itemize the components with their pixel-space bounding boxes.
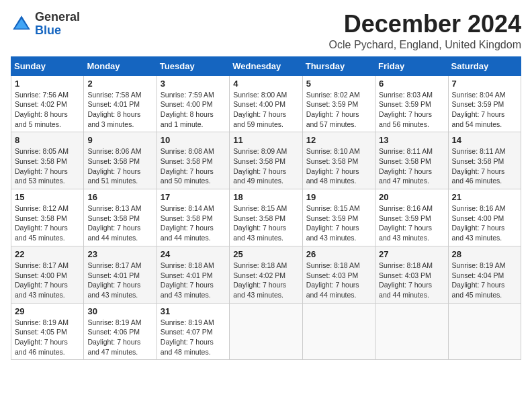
calendar-day-cell: [230, 303, 302, 360]
day-info: Sunrise: 8:03 AMSunset: 3:59 PMDaylight:…: [379, 90, 444, 130]
day-info: Sunrise: 8:18 AMSunset: 4:01 PMDaylight:…: [161, 261, 226, 300]
calendar-day-cell: 29 Sunrise: 8:19 AMSunset: 4:05 PMDaylig…: [11, 303, 84, 360]
calendar-day-cell: 21 Sunrise: 8:16 AMSunset: 4:00 PMDaylig…: [448, 189, 521, 246]
weekday-header-cell: Monday: [84, 56, 157, 75]
calendar-week-row: 29 Sunrise: 8:19 AMSunset: 4:05 PMDaylig…: [11, 303, 521, 360]
day-info: Sunrise: 8:19 AMSunset: 4:05 PMDaylight:…: [15, 318, 80, 357]
calendar-day-cell: 7 Sunrise: 8:04 AMSunset: 3:59 PMDayligh…: [448, 75, 521, 132]
day-number: 12: [306, 135, 371, 145]
day-number: 14: [452, 135, 517, 145]
day-number: 4: [233, 79, 298, 89]
day-info: Sunrise: 8:04 AMSunset: 3:59 PMDaylight:…: [452, 90, 517, 130]
weekday-header-cell: Thursday: [302, 56, 375, 75]
calendar-day-cell: [302, 303, 375, 360]
day-info: Sunrise: 8:17 AMSunset: 4:00 PMDaylight:…: [15, 261, 80, 300]
day-number: 10: [161, 135, 226, 145]
calendar-day-cell: 17 Sunrise: 8:14 AMSunset: 3:58 PMDaylig…: [157, 189, 229, 246]
logo: General Blue: [11, 11, 80, 38]
day-number: 21: [452, 192, 517, 202]
calendar-day-cell: 1 Sunrise: 7:56 AMSunset: 4:02 PMDayligh…: [11, 75, 84, 132]
day-number: 27: [379, 249, 444, 259]
calendar-week-row: 15 Sunrise: 8:12 AMSunset: 3:58 PMDaylig…: [11, 189, 521, 246]
day-info: Sunrise: 8:19 AMSunset: 4:07 PMDaylight:…: [161, 318, 226, 357]
day-info: Sunrise: 7:58 AMSunset: 4:01 PMDaylight:…: [87, 90, 152, 130]
day-info: Sunrise: 8:15 AMSunset: 3:58 PMDaylight:…: [233, 203, 298, 243]
calendar-day-cell: 18 Sunrise: 8:15 AMSunset: 3:58 PMDaylig…: [230, 189, 302, 246]
calendar-day-cell: 15 Sunrise: 8:12 AMSunset: 3:58 PMDaylig…: [11, 189, 84, 246]
day-number: 18: [233, 192, 298, 202]
day-number: 8: [15, 135, 80, 145]
page-header: General Blue December 2024 Ocle Pychard,…: [11, 11, 521, 51]
calendar-day-cell: 26 Sunrise: 8:18 AMSunset: 4:03 PMDaylig…: [302, 246, 375, 303]
day-info: Sunrise: 8:14 AMSunset: 3:58 PMDaylight:…: [161, 203, 226, 243]
calendar-day-cell: 30 Sunrise: 8:19 AMSunset: 4:06 PMDaylig…: [84, 303, 157, 360]
weekday-header-cell: Friday: [375, 56, 448, 75]
calendar-day-cell: 25 Sunrise: 8:18 AMSunset: 4:02 PMDaylig…: [230, 246, 302, 303]
calendar-day-cell: 3 Sunrise: 7:59 AMSunset: 4:00 PMDayligh…: [157, 75, 229, 132]
day-number: 19: [306, 192, 371, 202]
calendar-day-cell: 23 Sunrise: 8:17 AMSunset: 4:01 PMDaylig…: [84, 246, 157, 303]
day-number: 5: [306, 79, 371, 89]
calendar-table: SundayMondayTuesdayWednesdayThursdayFrid…: [11, 56, 521, 361]
calendar-week-row: 1 Sunrise: 7:56 AMSunset: 4:02 PMDayligh…: [11, 75, 521, 132]
calendar-day-cell: 8 Sunrise: 8:05 AMSunset: 3:58 PMDayligh…: [11, 132, 84, 189]
day-info: Sunrise: 8:05 AMSunset: 3:58 PMDaylight:…: [15, 146, 80, 186]
title-block: December 2024 Ocle Pychard, England, Uni…: [329, 11, 521, 51]
day-info: Sunrise: 8:16 AMSunset: 4:00 PMDaylight:…: [452, 203, 517, 243]
day-number: 28: [452, 249, 517, 259]
day-number: 30: [87, 306, 152, 316]
calendar-day-cell: 31 Sunrise: 8:19 AMSunset: 4:07 PMDaylig…: [157, 303, 229, 360]
day-info: Sunrise: 8:00 AMSunset: 4:00 PMDaylight:…: [233, 90, 298, 130]
calendar-day-cell: 16 Sunrise: 8:13 AMSunset: 3:58 PMDaylig…: [84, 189, 157, 246]
calendar-day-cell: 22 Sunrise: 8:17 AMSunset: 4:00 PMDaylig…: [11, 246, 84, 303]
day-number: 7: [452, 79, 517, 89]
day-info: Sunrise: 7:56 AMSunset: 4:02 PMDaylight:…: [15, 90, 80, 130]
logo-icon: [11, 13, 32, 35]
calendar-day-cell: 14 Sunrise: 8:11 AMSunset: 3:58 PMDaylig…: [448, 132, 521, 189]
day-info: Sunrise: 7:59 AMSunset: 4:00 PMDaylight:…: [161, 90, 226, 130]
day-number: 26: [306, 249, 371, 259]
day-info: Sunrise: 8:19 AMSunset: 4:06 PMDaylight:…: [87, 318, 152, 357]
calendar-week-row: 8 Sunrise: 8:05 AMSunset: 3:58 PMDayligh…: [11, 132, 521, 189]
day-number: 16: [87, 192, 152, 202]
logo-text: General Blue: [35, 11, 80, 38]
calendar-day-cell: 12 Sunrise: 8:10 AMSunset: 3:58 PMDaylig…: [302, 132, 375, 189]
day-number: 11: [233, 135, 298, 145]
calendar-day-cell: 19 Sunrise: 8:15 AMSunset: 3:59 PMDaylig…: [302, 189, 375, 246]
calendar-day-cell: 10 Sunrise: 8:08 AMSunset: 3:58 PMDaylig…: [157, 132, 229, 189]
weekday-header-cell: Tuesday: [157, 56, 229, 75]
calendar-day-cell: 28 Sunrise: 8:19 AMSunset: 4:04 PMDaylig…: [448, 246, 521, 303]
calendar-day-cell: 11 Sunrise: 8:09 AMSunset: 3:58 PMDaylig…: [230, 132, 302, 189]
calendar-day-cell: 5 Sunrise: 8:02 AMSunset: 3:59 PMDayligh…: [302, 75, 375, 132]
day-info: Sunrise: 8:08 AMSunset: 3:58 PMDaylight:…: [161, 146, 226, 186]
calendar-day-cell: 6 Sunrise: 8:03 AMSunset: 3:59 PMDayligh…: [375, 75, 448, 132]
day-number: 13: [379, 135, 444, 145]
calendar-body: 1 Sunrise: 7:56 AMSunset: 4:02 PMDayligh…: [11, 75, 521, 360]
day-number: 9: [87, 135, 152, 145]
weekday-header-cell: Wednesday: [230, 56, 302, 75]
day-number: 23: [87, 249, 152, 259]
day-info: Sunrise: 8:02 AMSunset: 3:59 PMDaylight:…: [306, 90, 371, 130]
weekday-header-cell: Sunday: [11, 56, 84, 75]
day-number: 20: [379, 192, 444, 202]
calendar-day-cell: 13 Sunrise: 8:11 AMSunset: 3:58 PMDaylig…: [375, 132, 448, 189]
day-info: Sunrise: 8:18 AMSunset: 4:03 PMDaylight:…: [379, 261, 444, 300]
calendar-day-cell: [448, 303, 521, 360]
calendar-day-cell: 24 Sunrise: 8:18 AMSunset: 4:01 PMDaylig…: [157, 246, 229, 303]
day-info: Sunrise: 8:18 AMSunset: 4:03 PMDaylight:…: [306, 261, 371, 300]
day-info: Sunrise: 8:15 AMSunset: 3:59 PMDaylight:…: [306, 203, 371, 243]
calendar-week-row: 22 Sunrise: 8:17 AMSunset: 4:00 PMDaylig…: [11, 246, 521, 303]
day-number: 29: [15, 306, 80, 316]
weekday-header-row: SundayMondayTuesdayWednesdayThursdayFrid…: [11, 56, 521, 75]
month-title: December 2024: [329, 11, 521, 38]
day-info: Sunrise: 8:19 AMSunset: 4:04 PMDaylight:…: [452, 261, 517, 300]
day-number: 17: [161, 192, 226, 202]
day-info: Sunrise: 8:10 AMSunset: 3:58 PMDaylight:…: [306, 146, 371, 186]
day-number: 1: [15, 79, 80, 89]
day-number: 15: [15, 192, 80, 202]
day-info: Sunrise: 8:13 AMSunset: 3:58 PMDaylight:…: [87, 203, 152, 243]
day-info: Sunrise: 8:11 AMSunset: 3:58 PMDaylight:…: [379, 146, 444, 186]
day-info: Sunrise: 8:06 AMSunset: 3:58 PMDaylight:…: [87, 146, 152, 186]
calendar-day-cell: [375, 303, 448, 360]
day-info: Sunrise: 8:09 AMSunset: 3:58 PMDaylight:…: [233, 146, 298, 186]
